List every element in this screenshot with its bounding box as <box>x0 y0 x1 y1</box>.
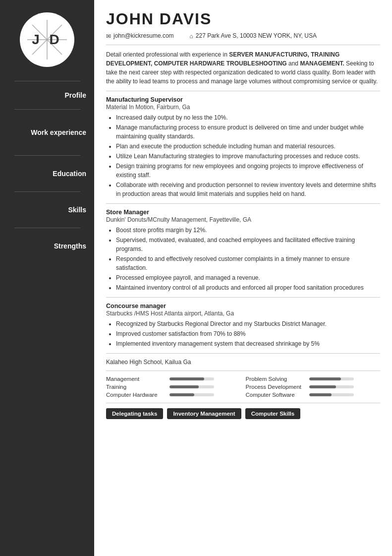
sidebar: J D Profile Work experience Education Sk… <box>0 0 94 556</box>
skill-bar-bg-6 <box>309 393 354 396</box>
avatar-initials: J D <box>32 32 62 48</box>
sidebar-work-label: Work experience <box>31 128 86 136</box>
skill-bar-fill-1 <box>169 377 204 380</box>
sidebar-divider-5 <box>14 228 80 228</box>
skill-label-6: Computer Software <box>246 392 305 398</box>
skill-bar-fill-4 <box>309 385 336 388</box>
job-3-bullets: Recognized by Starbucks Regional Directo… <box>116 319 380 348</box>
job-1-bullet-1: Increased daily output by no less the 10… <box>116 113 380 122</box>
address-value: 227 Park Ave S, 10003 NEW YORK, NY, USA <box>196 32 317 39</box>
sidebar-section-work: Work experience <box>0 114 94 151</box>
strengths-row: Delegating tasks Inventory Management Co… <box>106 408 380 419</box>
job-1-bullet-2: Manage manufacturing process to ensure p… <box>116 123 380 141</box>
sidebar-section-strengths: Strengths <box>0 232 94 256</box>
job-3-bullet-1: Recognized by Starbucks Regional Directo… <box>116 319 380 328</box>
skill-row-3: Training <box>106 384 241 390</box>
skill-label-4: Process Development <box>246 384 305 390</box>
skill-bar-bg-5 <box>169 393 214 396</box>
sidebar-section-education: Education <box>0 160 94 187</box>
skill-bar-bg-2 <box>309 377 354 380</box>
skills-grid: Management Problem Solving Training <box>106 376 380 398</box>
sidebar-profile-label: Profile <box>64 91 86 99</box>
job-2-bullets: Boost store profits margin by 12%. Super… <box>116 226 380 292</box>
job-2-title: Store Manager <box>106 209 380 216</box>
header-divider <box>106 45 380 45</box>
job-2-bullet-4: Processed employee payroll, and managed … <box>116 273 380 282</box>
job-1-bullet-5: Design training programs for new employe… <box>116 162 380 180</box>
main-content: JOHN DAVIS ✉ john@kickresume.com ⌂ 227 P… <box>94 0 392 556</box>
profile-text: Detail oriented professional with experi… <box>106 50 380 86</box>
work-experience-section: Manufacturing Supervisor Material In Mot… <box>106 96 380 348</box>
job-1-company: Material In Motion, Fairburn, Ga <box>106 104 380 111</box>
job-3-bullet-3: Implemented inventory management system … <box>116 339 380 348</box>
job-1-bullet-4: Utilize Lean Manufacturing strategies to… <box>116 152 380 161</box>
education-skills-divider <box>106 371 380 371</box>
strengths-section: Delegating tasks Inventory Management Co… <box>106 408 380 419</box>
job-3-company: Starbucks /HMS Host Atlanta airport, Atl… <box>106 310 380 317</box>
job-2-bullet-1: Boost store profits margin by 12%. <box>116 226 380 235</box>
skill-row-6: Computer Software <box>246 392 381 398</box>
job-1-title: Manufacturing Supervisor <box>106 96 380 103</box>
sidebar-section-skills: Skills <box>0 196 94 224</box>
email-icon: ✉ <box>106 33 111 40</box>
skill-label-5: Computer Hardware <box>106 392 166 398</box>
email-contact: ✉ john@kickresume.com <box>106 32 174 40</box>
skill-bar-bg-4 <box>309 385 354 388</box>
skill-row-1: Management <box>106 376 241 382</box>
sidebar-divider-4 <box>14 191 80 192</box>
job-1-divider <box>106 203 380 204</box>
address-contact: ⌂ 227 Park Ave S, 10003 NEW YORK, NY, US… <box>190 32 317 40</box>
sidebar-section-profile: Profile <box>0 85 94 105</box>
sidebar-divider-2 <box>14 109 80 110</box>
job-2: Store Manager Dunkin' Donuts/MCnulty Man… <box>106 209 380 292</box>
sidebar-divider-1 <box>14 81 80 81</box>
job-1-bullets: Increased daily output by no less the 10… <box>116 113 380 198</box>
job-2-bullet-3: Responded to and effectively resolved cu… <box>116 254 380 272</box>
job-3-title: Concourse manager <box>106 303 380 309</box>
header: JOHN DAVIS ✉ john@kickresume.com ⌂ 227 P… <box>106 10 380 40</box>
home-icon: ⌂ <box>190 33 193 40</box>
strength-badge-2: Inventory Management <box>167 408 241 419</box>
job-2-company: Dunkin' Donuts/MCnulty Management, Fayet… <box>106 216 380 223</box>
profile-section: Detail oriented professional with experi… <box>106 50 380 86</box>
skill-row-4: Process Development <box>246 384 381 390</box>
sidebar-divider-3 <box>14 155 80 156</box>
job-3-bullet-2: Improved customer satisfaction from 70% … <box>116 329 380 338</box>
job-2-bullet-2: Supervised, motivated, evaluated, and co… <box>116 236 380 253</box>
skill-label-3: Training <box>106 384 166 390</box>
skill-bar-fill-6 <box>309 393 332 396</box>
skill-bar-fill-5 <box>169 393 194 396</box>
job-1: Manufacturing Supervisor Material In Mot… <box>106 96 380 198</box>
skill-row-2: Problem Solving <box>246 376 381 382</box>
job-3: Concourse manager Starbucks /HMS Host At… <box>106 303 380 348</box>
profile-divider <box>106 91 380 91</box>
job-2-divider <box>106 297 380 298</box>
skill-bar-fill-2 <box>309 377 341 380</box>
sidebar-education-label: Education <box>53 170 86 178</box>
avatar: J D <box>20 12 74 67</box>
candidate-name: JOHN DAVIS <box>106 10 380 28</box>
sidebar-strengths-label: Strengths <box>54 242 86 250</box>
job-1-bullet-6: Collaborate with receiving and productio… <box>116 181 380 198</box>
email-value: john@kickresume.com <box>113 32 174 39</box>
work-education-divider <box>106 353 380 354</box>
skill-row-5: Computer Hardware <box>106 392 241 398</box>
strength-badge-1: Delegating tasks <box>106 408 163 419</box>
skill-bar-bg-1 <box>169 377 214 380</box>
skills-strengths-divider <box>106 403 380 403</box>
skill-label-1: Management <box>106 376 166 382</box>
sidebar-skills-label: Skills <box>68 206 86 214</box>
header-contacts: ✉ john@kickresume.com ⌂ 227 Park Ave S, … <box>106 32 380 40</box>
strength-badge-3: Computer Skills <box>245 408 301 419</box>
skill-label-2: Problem Solving <box>246 376 305 382</box>
job-2-bullet-5: Maintained inventory control of all prod… <box>116 283 380 292</box>
skill-bar-bg-3 <box>169 385 214 388</box>
education-school: Kalaheo High School, Kailua Ga <box>106 359 380 366</box>
education-section: Kalaheo High School, Kailua Ga <box>106 359 380 366</box>
skills-section: Management Problem Solving Training <box>106 376 380 398</box>
job-1-bullet-3: Plan and execute the production schedule… <box>116 142 380 151</box>
skill-bar-fill-3 <box>169 385 199 388</box>
